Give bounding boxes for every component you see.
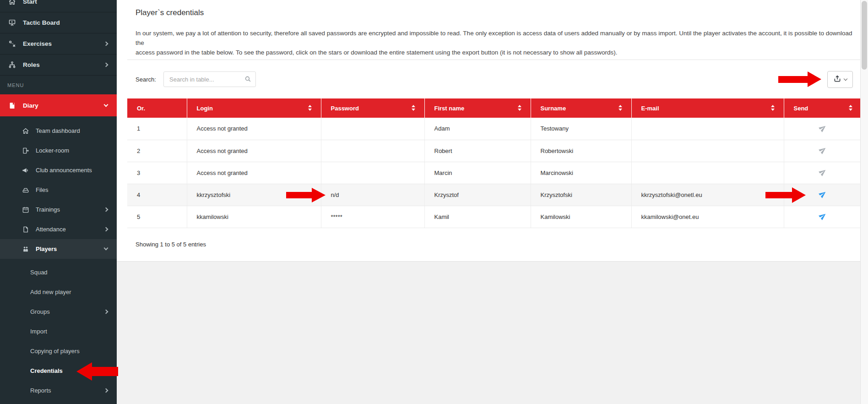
sidebar-item-label: Copying of players <box>30 348 80 355</box>
column-header-password[interactable]: Password <box>321 98 424 118</box>
cell-login: Access not granted <box>187 162 321 184</box>
cell-first-name: Adam <box>424 118 531 140</box>
scrollbar[interactable] <box>860 0 868 404</box>
chevron-right-icon <box>104 207 108 212</box>
chevron-right-icon <box>104 388 108 393</box>
sidebar-item-label: Groups <box>30 308 50 315</box>
table-header-row: Or. Login Password First name Surname E-… <box>127 98 862 118</box>
cell-first-name: Marcin <box>424 162 531 184</box>
search-label: Search: <box>136 76 156 83</box>
page-title: Player`s credentials <box>136 8 204 17</box>
sidebar-item-exercises[interactable]: Exercises <box>0 33 117 55</box>
cell-password <box>321 140 424 162</box>
sidebar-item-groups[interactable]: Groups <box>0 302 117 322</box>
cell-login: kkamilowski <box>187 206 321 228</box>
sidebar-section-label: MENU <box>0 76 117 94</box>
cell-password[interactable]: n/d <box>321 184 424 206</box>
export-button[interactable] <box>827 71 853 88</box>
search-icon <box>244 75 252 85</box>
chevron-right-icon <box>104 63 108 67</box>
document-icon <box>22 225 30 234</box>
sort-icon <box>308 105 312 111</box>
sidebar-item-label: Tactic Board <box>23 19 60 26</box>
sidebar-item-add-new-player[interactable]: Add new player <box>0 282 117 302</box>
annotation-arrow-credentials <box>76 362 118 381</box>
sidebar-item-copying-of-players[interactable]: Copying of players <box>0 341 117 361</box>
cell-password <box>321 162 424 184</box>
column-header-surname[interactable]: Surname <box>531 98 631 118</box>
column-header-label: Password <box>331 105 359 112</box>
cell-or: 4 <box>127 184 187 206</box>
column-header-login[interactable]: Login <box>187 98 321 118</box>
column-header-label: Send <box>794 105 808 112</box>
drive-icon <box>22 186 30 195</box>
megaphone-icon <box>22 166 30 175</box>
sidebar-item-label: Start <box>23 0 37 5</box>
page-background <box>117 261 868 404</box>
send-icon[interactable] <box>819 148 827 155</box>
send-icon[interactable] <box>819 192 827 199</box>
table-row: 3 Access not granted Marcin Marcinowski <box>127 162 862 184</box>
sidebar-item-attendance[interactable]: Attendance <box>0 219 117 239</box>
column-header-label: Login <box>197 105 213 112</box>
send-icon[interactable] <box>819 126 827 133</box>
cell-send <box>784 118 862 140</box>
roles-icon <box>7 60 16 70</box>
cell-password[interactable]: ***** <box>321 206 424 228</box>
scrollbar-thumb[interactable] <box>862 1 867 70</box>
page-description: In our system, we pay a lot of attention… <box>136 28 854 57</box>
sort-icon <box>518 105 521 111</box>
sidebar-item-label: Attendance <box>36 226 66 233</box>
table-row: 5 kkamilowski ***** Kamil Kamilowski kka… <box>127 206 862 228</box>
sidebar-item-squad[interactable]: Squad <box>0 262 117 282</box>
cell-email <box>631 118 784 140</box>
sidebar-item-import[interactable]: Import <box>0 322 117 341</box>
sidebar-item-label: Trainings <box>36 206 60 213</box>
sidebar-item-label: Credentials <box>30 367 63 374</box>
exercises-icon <box>7 39 16 49</box>
column-header-label: First name <box>434 105 465 112</box>
sidebar-item-team-dashboard[interactable]: Team dashboard <box>0 121 117 141</box>
column-header-first-name[interactable]: First name <box>424 98 531 118</box>
calendar-icon <box>22 205 30 214</box>
sidebar-item-club-announcements[interactable]: Club announcements <box>0 160 117 180</box>
cell-surname: Krzysztofski <box>531 184 631 206</box>
cell-email: kkamilowski@onet.eu <box>631 206 784 228</box>
sidebar-item-tactic-board[interactable]: Tactic Board <box>0 12 117 33</box>
column-header-label: E-mail <box>641 105 659 112</box>
chevron-down-icon <box>104 246 108 251</box>
sidebar-item-reports[interactable]: Reports <box>0 381 117 400</box>
sidebar-item-diary[interactable]: Diary <box>0 94 117 116</box>
cell-email: kkrzysztofski@onetl.eu <box>631 184 784 206</box>
sidebar-item-players[interactable]: Players <box>0 239 117 259</box>
cell-first-name: Kamil <box>424 206 531 228</box>
annotation-arrow-export <box>778 71 821 87</box>
sidebar-item-start[interactable]: Start <box>0 0 117 12</box>
cell-or: 5 <box>127 206 187 228</box>
diary-book-icon <box>7 101 16 110</box>
sidebar-item-label: Add new player <box>30 289 71 295</box>
column-header-send[interactable]: Send <box>784 98 862 118</box>
door-icon <box>22 146 30 155</box>
cell-login: Access not granted <box>187 140 321 162</box>
column-header-or[interactable]: Or. <box>127 98 187 118</box>
sidebar-item-locker-room[interactable]: Locker-room <box>0 141 117 160</box>
annotation-arrow-send <box>765 187 806 203</box>
column-header-email[interactable]: E-mail <box>631 98 784 118</box>
home-icon <box>7 0 16 6</box>
sidebar: Start Tactic Board Exercises Roles MENU <box>0 0 117 404</box>
app-root: Start Tactic Board Exercises Roles MENU <box>0 0 868 404</box>
sort-icon <box>618 105 622 111</box>
send-icon[interactable] <box>819 170 827 177</box>
search-input[interactable] <box>163 71 256 87</box>
sidebar-item-roles[interactable]: Roles <box>0 55 117 76</box>
sort-icon <box>849 105 852 111</box>
send-icon[interactable] <box>819 214 827 221</box>
cell-surname: Robertowski <box>531 140 631 162</box>
sidebar-item-label: Club announcements <box>36 167 92 174</box>
sidebar-item-label: Players <box>36 246 57 252</box>
cell-send <box>784 140 862 162</box>
cell-login: Access not granted <box>187 118 321 140</box>
sidebar-item-trainings[interactable]: Trainings <box>0 200 117 219</box>
sidebar-item-files[interactable]: Files <box>0 180 117 200</box>
